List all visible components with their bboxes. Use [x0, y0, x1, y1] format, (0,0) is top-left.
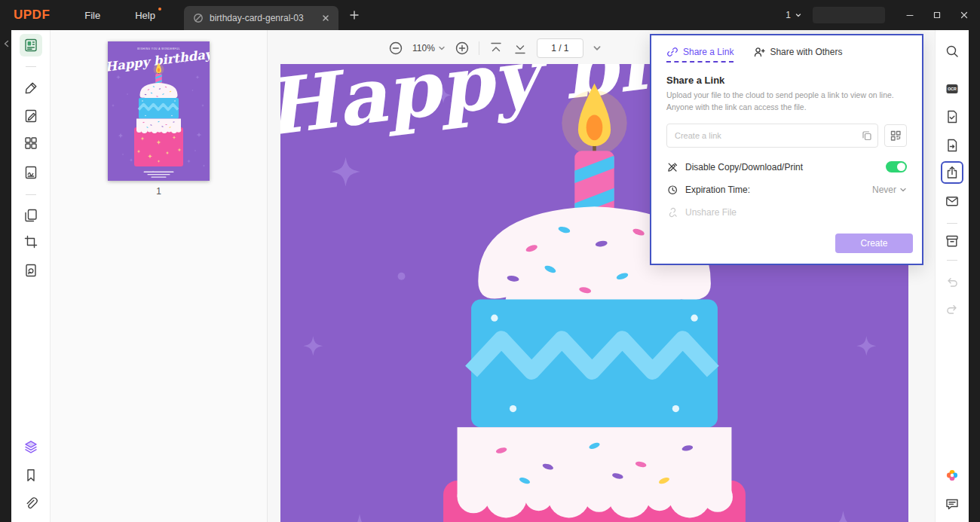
- page-nav-dropdown[interactable]: [593, 44, 602, 53]
- tab-close-icon[interactable]: [322, 14, 329, 22]
- tab-title: birthday-card-genral-03: [210, 13, 316, 23]
- organize-icon: [23, 136, 38, 151]
- close-button[interactable]: [959, 10, 969, 20]
- save-button[interactable]: [941, 230, 963, 252]
- undo-icon: [945, 275, 960, 290]
- share-link-description: Upload your file to the cloud to send pe…: [666, 90, 907, 114]
- updf-ai-button[interactable]: [941, 464, 963, 487]
- panel-collapse-button[interactable]: [2, 39, 11, 48]
- search-icon: [945, 44, 960, 59]
- app-logo: UPDF: [14, 8, 50, 23]
- zoom-level-dropdown[interactable]: 110%: [412, 43, 446, 53]
- disable-copy-row: Disable Copy/Download/Print: [666, 156, 907, 179]
- compress-button[interactable]: [941, 105, 963, 128]
- comment-icon: [945, 496, 960, 511]
- tab-share-a-link[interactable]: Share a Link: [666, 46, 733, 63]
- document-canvas: 110% 1 / 1: [268, 30, 935, 522]
- zoom-out-button[interactable]: [388, 41, 403, 56]
- tab-share-with-others[interactable]: Share with Others: [753, 46, 842, 63]
- zoom-in-button[interactable]: [455, 41, 470, 56]
- chevron-left-icon: [2, 39, 11, 48]
- ocr-icon: OCR: [945, 81, 960, 96]
- page-indicator[interactable]: 1 / 1: [537, 38, 583, 58]
- redo-button[interactable]: [941, 298, 963, 321]
- comments-button[interactable]: [941, 493, 963, 515]
- app-window: 1 110%: [11, 30, 969, 522]
- link-icon: [666, 46, 678, 58]
- qr-code-button[interactable]: [884, 124, 907, 147]
- copy-link-button[interactable]: [861, 130, 873, 142]
- share-popup-tabs: Share a Link Share with Others: [651, 35, 922, 63]
- ocr-button[interactable]: OCR: [941, 78, 963, 100]
- page-count-dropdown[interactable]: 1: [786, 10, 802, 20]
- doc-arrow-icon: [945, 138, 960, 153]
- unlink-icon: [666, 206, 678, 218]
- document-tab[interactable]: birthday-card-genral-03: [184, 6, 338, 30]
- crop-button[interactable]: [20, 230, 42, 253]
- right-toolbar: OCR: [935, 30, 969, 522]
- chevron-down-icon: [438, 44, 446, 52]
- disable-copy-toggle[interactable]: [886, 161, 907, 172]
- scroll-bottom-icon: [513, 41, 528, 56]
- pen-slash-icon: [666, 161, 678, 173]
- copy-icon: [861, 130, 873, 142]
- qr-code-icon: [890, 130, 902, 142]
- email-button[interactable]: [941, 190, 963, 212]
- export-button[interactable]: [941, 134, 963, 157]
- canvas-toolbar: 110% 1 / 1: [388, 37, 602, 60]
- fill-sign-button[interactable]: [20, 161, 42, 184]
- layers-icon: [23, 439, 38, 454]
- expiration-clock-icon: [666, 184, 678, 196]
- undo-button[interactable]: [941, 271, 963, 294]
- search-button[interactable]: [941, 40, 963, 63]
- new-tab-button[interactable]: [349, 10, 360, 20]
- maximize-icon: [933, 11, 942, 20]
- minimize-icon: [905, 11, 914, 20]
- bookmark-button[interactable]: [20, 464, 42, 487]
- divider: [26, 194, 36, 195]
- scroll-to-top-button[interactable]: [488, 41, 504, 56]
- paperclip-icon: [23, 496, 38, 511]
- attachment-button[interactable]: [20, 493, 42, 515]
- annotate-icon: [23, 81, 38, 96]
- expiration-dropdown[interactable]: Never: [872, 185, 907, 195]
- share-link-heading: Share a Link: [666, 75, 907, 86]
- disable-copy-label: Disable Copy/Download/Print: [685, 162, 879, 172]
- plus-icon: [349, 10, 360, 20]
- convert-button[interactable]: [20, 259, 42, 282]
- edit-pdf-button[interactable]: [20, 105, 42, 127]
- menu-file[interactable]: File: [84, 10, 100, 21]
- thumbnail-page-number: 1: [108, 186, 210, 197]
- share-icon: [945, 165, 960, 180]
- close-icon: [960, 11, 969, 20]
- organize-pages-button[interactable]: [20, 132, 42, 154]
- pages-button[interactable]: [20, 204, 42, 227]
- unshare-file-label: Unshare File: [685, 207, 907, 218]
- create-link-input[interactable]: [666, 124, 878, 148]
- thumbnail-panel: 1: [51, 30, 268, 522]
- chevron-down-icon: [593, 44, 602, 53]
- chevron-down-icon: [795, 11, 802, 19]
- minimize-button[interactable]: [905, 10, 915, 20]
- notification-dot: [158, 8, 161, 11]
- menu-help[interactable]: Help: [135, 10, 155, 21]
- chevron-down-icon: [899, 186, 907, 194]
- zoom-out-icon: [388, 41, 403, 56]
- page-thumbnail[interactable]: [108, 41, 210, 181]
- expiration-row: Expiration Time: Never: [666, 179, 907, 201]
- divider: [947, 223, 957, 224]
- scroll-to-bottom-button[interactable]: [513, 41, 528, 56]
- shared-status-icon: [193, 13, 204, 23]
- expiration-label: Expiration Time:: [685, 185, 865, 195]
- share-button[interactable]: [941, 161, 963, 184]
- annotate-button[interactable]: [20, 77, 42, 99]
- titlebar: UPDF File Help birthday-card-genral-03 1: [0, 0, 980, 30]
- unshare-row: Unshare File: [666, 201, 907, 224]
- thumbnail-panel-button[interactable]: [20, 34, 42, 56]
- svg-text:OCR: OCR: [948, 87, 957, 91]
- redo-icon: [945, 302, 960, 317]
- titlebar-field[interactable]: [813, 7, 885, 23]
- maximize-button[interactable]: [932, 10, 942, 20]
- create-button[interactable]: Create: [835, 234, 913, 253]
- layers-button[interactable]: [20, 435, 42, 458]
